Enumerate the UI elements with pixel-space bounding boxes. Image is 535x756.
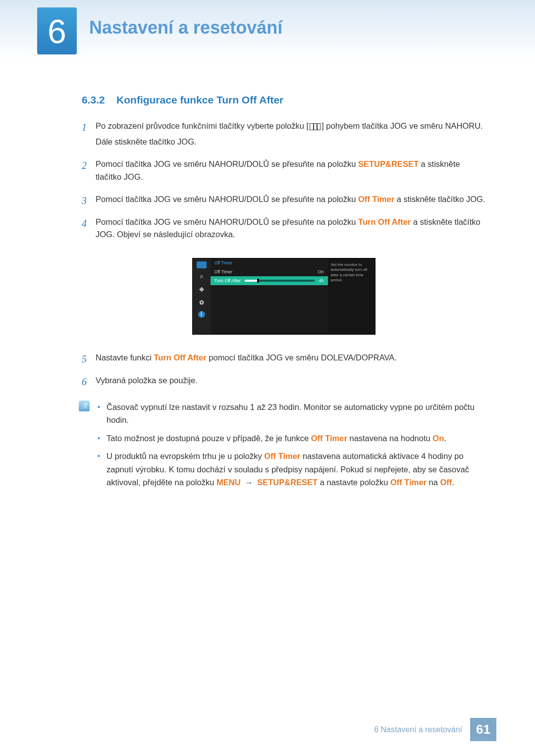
- chapter-number: 6: [48, 12, 66, 50]
- note-item: Tato možnost je dostupná pouze v případě…: [96, 432, 485, 445]
- note-text: Tato možnost je dostupná pouze v případě…: [107, 434, 311, 443]
- section-number: 6.3.2: [82, 94, 105, 105]
- highlight: On: [432, 434, 444, 443]
- step-text: Po zobrazení průvodce funkčními tlačítky…: [96, 121, 309, 130]
- osd-row-value: On: [318, 269, 323, 274]
- step-text: Pomocí tlačítka JOG ve směru NAHORU/DOLŮ…: [96, 217, 358, 226]
- step-text: ] pohybem tlačítka JOG ve směru NAHORU.: [321, 121, 483, 130]
- step-number: 2: [82, 158, 96, 186]
- highlight: Off Timer: [311, 434, 347, 443]
- page-footer: 6 Nastavení a resetování 61: [374, 718, 496, 741]
- arrow-icon: →: [243, 478, 256, 487]
- step-text: Nastavte funkci: [96, 353, 154, 362]
- footer-page-number: 61: [470, 718, 496, 741]
- step-1: 1 Po zobrazení průvodce funkčními tlačít…: [82, 120, 485, 151]
- osd-main: Off Timer Off Timer On Turn Off After 4h: [211, 258, 328, 334]
- step-text: Vybraná položka se použije.: [96, 374, 485, 387]
- osd-help: Set the monitor to automatically turn of…: [328, 258, 375, 334]
- step-5: 5 Nastavte funkci Turn Off After pomocí …: [82, 352, 485, 367]
- osd-title: Off Timer: [214, 260, 233, 265]
- list-icon: ≡: [196, 272, 207, 281]
- step-3: 3 Pomocí tlačítka JOG ve směru NAHORU/DO…: [82, 193, 485, 209]
- menu-icon: [310, 123, 321, 130]
- note-text: nastavena na hodnotu: [347, 434, 432, 443]
- step-number: 3: [82, 193, 96, 209]
- note-text: U produktů na evropském trhu je u položk…: [107, 452, 264, 460]
- note-block: ℛ Časovač vypnutí lze nastavit v rozsahu…: [79, 401, 485, 494]
- chapter-header: 6 Nastavení a resetování: [0, 0, 535, 59]
- gear-icon: ✿: [196, 298, 207, 307]
- step-list: 1 Po zobrazení průvodce funkčními tlačít…: [82, 120, 485, 244]
- step-6: 6 Vybraná položka se použije.: [82, 374, 485, 390]
- chapter-title: Nastavení a resetování: [89, 17, 282, 38]
- note-text: Časovač vypnutí lze nastavit v rozsahu 1…: [107, 403, 475, 424]
- highlight: SETUP&RESET: [257, 478, 318, 487]
- highlight: MENU: [216, 478, 241, 487]
- highlight: SETUP&RESET: [358, 159, 419, 168]
- note-text: a nastavte položku: [318, 478, 390, 487]
- highlight: Off Timer: [264, 452, 300, 460]
- step-number: 5: [82, 352, 96, 367]
- step-number: 6: [82, 374, 96, 390]
- note-text: na: [427, 478, 440, 487]
- step-number: 1: [82, 120, 96, 151]
- note-item: Časovač vypnutí lze nastavit v rozsahu 1…: [96, 401, 485, 427]
- arrows-icon: ✥: [196, 285, 207, 294]
- osd-row-label: Turn Off After: [214, 278, 241, 283]
- highlight: Turn Off After: [154, 353, 206, 362]
- highlight: Turn Off After: [358, 217, 411, 226]
- step-text: a stiskněte tlačítko JOG.: [394, 195, 485, 203]
- step-text: pomocí tlačítka JOG ve směru DOLEVA/DOPR…: [207, 353, 397, 362]
- monitor-icon: [197, 261, 207, 268]
- highlight: Off: [440, 478, 452, 487]
- osd-screenshot: ≡ ✥ ✿ i Off Timer Off Timer On Turn Off …: [82, 258, 485, 335]
- osd-sidebar: ≡ ✥ ✿ i: [193, 258, 211, 334]
- step-text: Pomocí tlačítka JOG ve směru NAHORU/DOLŮ…: [96, 159, 358, 168]
- note-text: .: [452, 478, 454, 487]
- step-text: Pomocí tlačítka JOG ve směru NAHORU/DOLŮ…: [96, 195, 358, 203]
- info-icon: i: [198, 311, 205, 318]
- osd-row-label: Off Timer: [214, 269, 233, 274]
- step-4: 4 Pomocí tlačítka JOG ve směru NAHORU/DO…: [82, 216, 485, 244]
- step-text: Dále stiskněte tlačítko JOG.: [96, 136, 485, 149]
- step-2: 2 Pomocí tlačítka JOG ve směru NAHORU/DO…: [82, 158, 485, 186]
- step-number: 4: [82, 216, 96, 244]
- osd-row-value: 4h: [319, 278, 323, 283]
- footer-chapter: 6 Nastavení a resetování: [374, 725, 462, 734]
- section-title: Konfigurace funkce Turn Off After: [116, 94, 283, 105]
- highlight: Off Timer: [390, 478, 427, 487]
- note-text: .: [444, 434, 446, 443]
- osd-slider: [245, 280, 315, 282]
- step-list-cont: 5 Nastavte funkci Turn Off After pomocí …: [82, 352, 485, 390]
- highlight: Off Timer: [358, 195, 394, 203]
- note-icon: ℛ: [79, 401, 90, 411]
- note-item: U produktů na evropském trhu je u položk…: [96, 450, 485, 489]
- chapter-number-badge: 6: [37, 7, 77, 54]
- section-heading: 6.3.2 Konfigurace funkce Turn Off After: [82, 94, 485, 106]
